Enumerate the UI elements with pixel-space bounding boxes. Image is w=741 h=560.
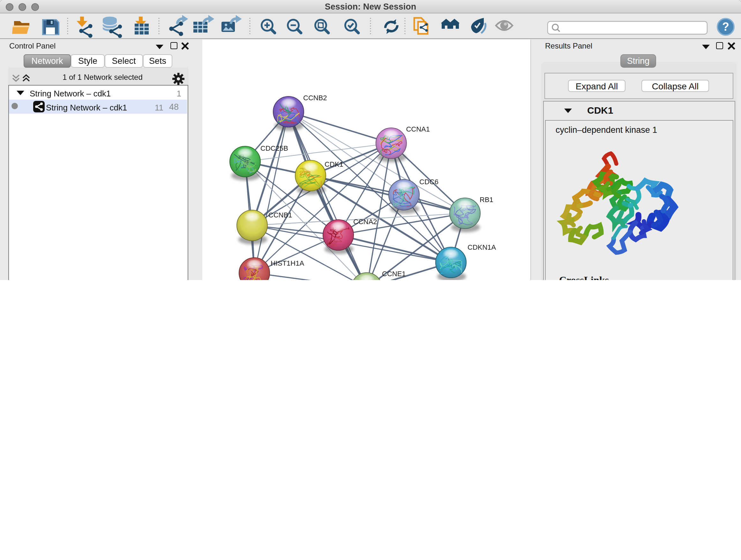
svg-text:CDK1: CDK1 bbox=[324, 160, 343, 168]
svg-text:CDKN1A: CDKN1A bbox=[467, 243, 496, 251]
svg-text:CDC6: CDC6 bbox=[419, 178, 438, 186]
svg-text:CCNA2: CCNA2 bbox=[353, 218, 377, 226]
svg-text:CCNA1: CCNA1 bbox=[406, 125, 429, 133]
svg-text:CDC25B: CDC25B bbox=[260, 144, 288, 152]
svg-text:RB1: RB1 bbox=[479, 196, 493, 204]
svg-text:CCNE1: CCNE1 bbox=[382, 270, 406, 278]
svg-text:CCNB2: CCNB2 bbox=[303, 94, 327, 102]
svg-text:CCNB1: CCNB1 bbox=[268, 211, 292, 219]
svg-text:HIST1H1A: HIST1H1A bbox=[270, 259, 304, 267]
svg-text:?: ? bbox=[722, 20, 729, 33]
